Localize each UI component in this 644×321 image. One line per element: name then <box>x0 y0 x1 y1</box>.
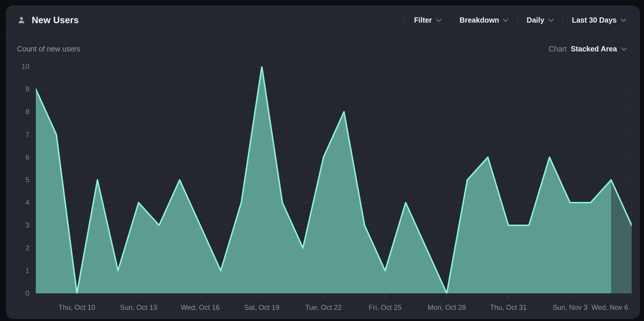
x-axis-tick <box>200 294 200 298</box>
y-axis-label: 1 <box>6 267 29 275</box>
chart-plot[interactable] <box>36 66 632 293</box>
x-axis-tick <box>631 294 632 298</box>
y-axis-label: 5 <box>6 176 29 184</box>
stacked-area-chart[interactable]: 012345678910Thu, Oct 10Sun, Oct 13Wed, O… <box>6 5 640 319</box>
y-axis-label: 6 <box>6 153 29 161</box>
x-axis-label: Wed, Nov 6 <box>591 303 628 312</box>
x-axis-tick <box>508 294 509 298</box>
x-axis-tick <box>446 294 447 298</box>
x-axis-tick <box>323 294 324 298</box>
y-axis-label: 7 <box>6 131 29 139</box>
x-axis-tick <box>138 294 139 298</box>
current-period-fill <box>611 180 632 293</box>
x-axis-label: Tue, Oct 22 <box>305 303 342 312</box>
x-axis-label: Sun, Oct 13 <box>120 303 157 312</box>
x-axis-label: Fri, Oct 25 <box>369 303 402 312</box>
y-axis-label: 9 <box>6 85 29 93</box>
y-axis-label: 0 <box>6 289 29 297</box>
x-axis-label: Sun, Nov 3 <box>553 303 588 312</box>
new-users-card: New Users FilterBreakdownDailyLast 30 Da… <box>6 5 640 319</box>
x-axis-label: Sat, Oct 19 <box>244 303 279 312</box>
x-axis-label: Thu, Oct 10 <box>58 303 95 312</box>
x-axis-label: Mon, Oct 28 <box>428 303 466 312</box>
x-axis-tick <box>385 294 385 298</box>
y-axis-label: 8 <box>6 108 29 116</box>
y-axis-label: 4 <box>6 198 29 207</box>
y-axis-label: 2 <box>6 244 29 252</box>
x-axis-tick <box>262 294 262 298</box>
x-axis-label: Wed, Oct 16 <box>181 303 220 312</box>
y-axis-label: 3 <box>6 221 29 229</box>
y-axis-label: 10 <box>6 62 29 71</box>
x-axis-tick <box>570 294 570 298</box>
x-axis-tick <box>77 294 77 298</box>
x-axis-label: Thu, Oct 31 <box>490 303 527 312</box>
